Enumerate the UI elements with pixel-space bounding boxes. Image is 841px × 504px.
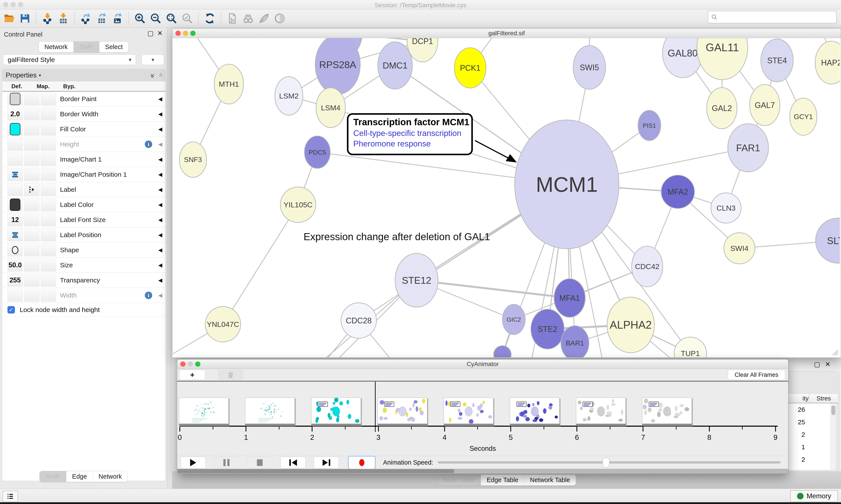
- bypass-cell[interactable]: [41, 229, 56, 241]
- import-network-icon[interactable]: [41, 12, 54, 25]
- tab-network[interactable]: Network: [93, 471, 127, 482]
- table-row[interactable]: 26: [787, 403, 830, 416]
- bypass-cell[interactable]: [41, 153, 56, 166]
- control-panel-close-icon[interactable]: ✕: [157, 30, 163, 37]
- import-table-icon[interactable]: [56, 12, 70, 25]
- mapping-cell[interactable]: [24, 168, 39, 181]
- zoom-fit-icon[interactable]: [165, 12, 178, 25]
- mapping-cell[interactable]: [24, 198, 39, 211]
- play-button[interactable]: [181, 457, 205, 469]
- skip-to-end-button[interactable]: [314, 457, 339, 469]
- search-input[interactable]: [708, 11, 837, 23]
- expand-row-icon[interactable]: ◀: [158, 141, 162, 147]
- mapping-cell[interactable]: [24, 259, 39, 271]
- annotation-link[interactable]: Pheromone response: [353, 139, 471, 148]
- table-row[interactable]: 2: [787, 428, 830, 441]
- style-options-button[interactable]: ▾: [142, 55, 164, 65]
- network-node-purp1[interactable]: [494, 346, 511, 357]
- default-cell[interactable]: [7, 183, 23, 196]
- expand-row-icon[interactable]: ◀: [158, 262, 162, 268]
- resize-grip[interactable]: [830, 347, 839, 356]
- cyanimator-titlebar[interactable]: CyAnimator: [177, 360, 788, 369]
- default-cell[interactable]: [7, 244, 23, 256]
- update-network-icon[interactable]: [203, 12, 217, 25]
- tab-style[interactable]: Style: [73, 41, 99, 52]
- column-header-ity[interactable]: ity: [787, 394, 809, 403]
- tab-edge-table[interactable]: Edge Table: [481, 475, 524, 485]
- open-session-icon[interactable]: [2, 12, 16, 25]
- bypass-cell[interactable]: [41, 108, 56, 121]
- expand-row-icon[interactable]: ◀: [158, 172, 162, 178]
- expand-row-icon[interactable]: ◀: [158, 202, 162, 208]
- save-session-icon[interactable]: [18, 12, 32, 25]
- cyanimator-timeline[interactable]: 0123456789 Seconds: [177, 382, 788, 456]
- property-row-label[interactable]: Label◀: [2, 182, 165, 197]
- mapping-cell[interactable]: [24, 138, 39, 151]
- mapping-cell[interactable]: [24, 123, 39, 136]
- property-row-size[interactable]: 50.0Size◀: [2, 258, 165, 273]
- annotation-link[interactable]: Cell-type-specific transcription: [353, 129, 471, 138]
- table-panel-float-icon[interactable]: ▢: [814, 361, 825, 368]
- expand-row-icon[interactable]: ◀: [158, 232, 162, 238]
- default-cell[interactable]: [7, 289, 23, 302]
- pause-button[interactable]: [214, 457, 239, 469]
- record-button[interactable]: [348, 456, 376, 469]
- table-panel-close-icon[interactable]: ✕: [825, 361, 835, 368]
- expand-row-icon[interactable]: ◀: [158, 277, 162, 283]
- default-cell[interactable]: 12: [7, 214, 23, 226]
- expand-row-icon[interactable]: ◀: [158, 292, 162, 299]
- table-row[interactable]: 25: [787, 416, 830, 428]
- tab-select[interactable]: Select: [99, 41, 128, 52]
- network-window-titlebar[interactable]: galFiltered.sif: [172, 29, 841, 38]
- annotation-box[interactable]: Transcription factor MCM1 Cell-type-spec…: [347, 113, 473, 155]
- frame-thumbnail-1[interactable]: [245, 398, 295, 426]
- bypass-cell[interactable]: [41, 214, 56, 226]
- slider-thumb[interactable]: [603, 457, 609, 468]
- mapping-cell[interactable]: [24, 274, 39, 287]
- bypass-cell[interactable]: [41, 138, 56, 151]
- tab-node-table[interactable]: Node Table: [437, 475, 481, 485]
- expand-row-icon[interactable]: ◀: [158, 126, 162, 132]
- frame-thumbnail-7[interactable]: [642, 398, 692, 426]
- property-row-transparency[interactable]: 255Transparency◀: [2, 273, 165, 288]
- property-row-label-position[interactable]: Label Position◀: [2, 228, 165, 242]
- task-history-button[interactable]: [3, 491, 18, 502]
- window-close-icon[interactable]: [175, 31, 181, 36]
- window-minimize-icon[interactable]: [188, 361, 193, 367]
- expand-row-icon[interactable]: ◀: [158, 217, 162, 223]
- expand-row-icon[interactable]: ◀: [158, 156, 162, 162]
- control-panel-float-icon[interactable]: ▢: [147, 30, 154, 37]
- property-row-image-chart-position-1[interactable]: Image/Chart Position 1◀: [2, 167, 165, 182]
- collapse-all-icon[interactable]: »: [156, 74, 164, 77]
- mapping-cell[interactable]: [24, 108, 39, 121]
- frame-thumbnail-0[interactable]: [179, 398, 229, 426]
- frame-thumbnail-5[interactable]: [510, 398, 559, 426]
- default-cell[interactable]: [7, 123, 23, 136]
- network-edge[interactable]: [223, 205, 298, 324]
- bypass-cell[interactable]: [41, 289, 56, 302]
- table-row[interactable]: 2: [787, 453, 830, 466]
- frame-thumbnail-2[interactable]: [311, 398, 361, 426]
- tab-node[interactable]: Node: [40, 471, 66, 482]
- expand-row-icon[interactable]: ◀: [158, 96, 162, 102]
- default-cell[interactable]: [7, 168, 23, 181]
- property-row-fill-color[interactable]: Fill Color◀: [2, 122, 165, 137]
- property-row-shape[interactable]: Shape◀: [2, 242, 165, 258]
- export-image-icon[interactable]: [111, 12, 124, 25]
- bypass-cell[interactable]: [41, 259, 56, 271]
- network-canvas[interactable]: RPS28BDCP1RPS28ADMC1PCK1SWI5GAL80GAL11ST…: [173, 38, 840, 357]
- tab-network-table[interactable]: Network Table: [524, 475, 576, 485]
- default-cell[interactable]: [7, 229, 23, 241]
- scrollbar-thumb[interactable]: [178, 469, 454, 473]
- window-minimize-icon[interactable]: [183, 31, 188, 36]
- window-zoom-icon[interactable]: [195, 361, 200, 367]
- zoom-out-icon[interactable]: [149, 12, 162, 25]
- default-cell[interactable]: 255: [7, 274, 23, 287]
- bypass-cell[interactable]: [41, 123, 56, 136]
- frame-thumbnail-3[interactable]: [378, 398, 427, 426]
- mapping-cell[interactable]: [24, 289, 39, 302]
- tab-network[interactable]: Network: [39, 41, 73, 52]
- property-row-height[interactable]: Heighti◀: [2, 137, 165, 152]
- default-cell[interactable]: 2.0: [7, 108, 23, 121]
- mapping-cell[interactable]: [24, 214, 39, 226]
